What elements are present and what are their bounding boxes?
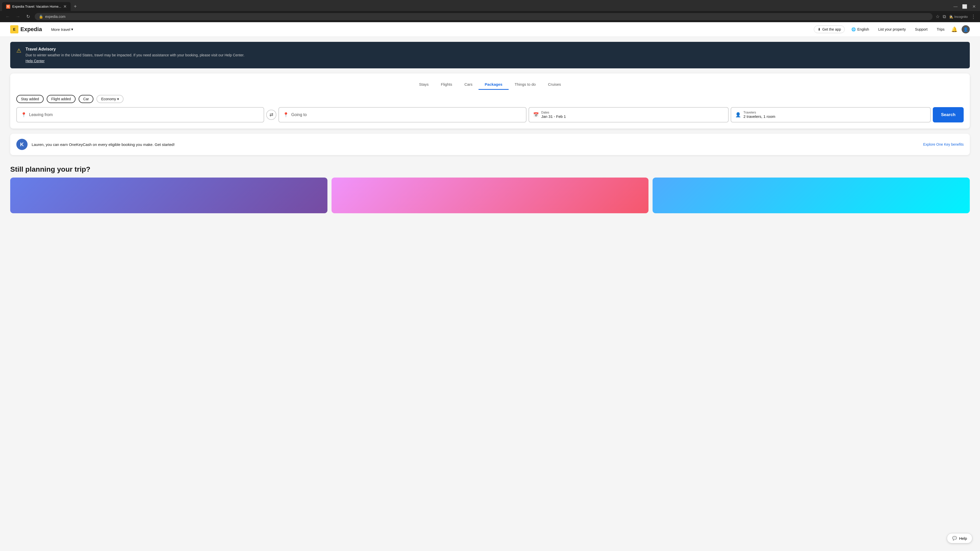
tab-cars[interactable]: Cars <box>458 79 479 90</box>
tab-cruises[interactable]: Cruises <box>542 79 567 90</box>
trip-card-1[interactable] <box>10 178 328 213</box>
tab-switcher-icon[interactable]: ⧉ <box>943 14 946 19</box>
help-button[interactable]: 💬 Help <box>947 533 972 543</box>
still-planning-section: Still planning your trip? <box>0 160 980 213</box>
notifications-icon[interactable]: 🔔 <box>951 26 958 32</box>
more-travel-button[interactable]: More travel ▾ <box>48 25 76 33</box>
chevron-down-icon: ▾ <box>117 97 119 101</box>
tab-things-to-do[interactable]: Things to do <box>509 79 542 90</box>
download-icon: ⬇ <box>818 27 821 32</box>
advisory-content: Travel Advisory Due to winter weather in… <box>25 47 245 63</box>
tab-flights[interactable]: Flights <box>435 79 458 90</box>
trip-cards <box>10 178 970 213</box>
advisory-text: Due to winter weather in the United Stat… <box>25 53 245 57</box>
warning-icon: ⚠ <box>16 48 21 54</box>
site-header: E Expedia More travel ▾ ⬇ Get the app 🌐 … <box>0 22 980 37</box>
help-center-link[interactable]: Help Center <box>25 59 45 63</box>
location-icon: 📍 <box>21 112 27 118</box>
reload-button[interactable]: ↻ <box>24 13 32 20</box>
trip-card-3[interactable] <box>652 178 970 213</box>
dates-value: Jan 31 - Feb 1 <box>541 114 566 119</box>
travelers-label: Travelers <box>743 111 775 114</box>
browser-controls-bar: ← → ↻ 🔒 expedia.com ☆ ⧉ 🕵 Incognito ⋮ <box>0 11 980 22</box>
travelers-icon: 👤 <box>735 112 741 118</box>
still-planning-title: Still planning your trip? <box>10 165 970 173</box>
language-button[interactable]: 🌐 English <box>849 26 872 33</box>
travelers-content: Travelers 2 travelers, 1 room <box>743 111 775 119</box>
help-label: Help <box>959 536 967 540</box>
address-text: expedia.com <box>45 14 65 19</box>
search-container: Stays Flights Cars Packages Things to do… <box>10 73 970 129</box>
get-app-button[interactable]: ⬇ Get the app <box>814 25 845 33</box>
incognito-label: Incognito <box>954 15 968 19</box>
chevron-down-icon: ▾ <box>71 27 73 32</box>
get-app-label: Get the app <box>822 27 841 32</box>
new-tab-button[interactable]: + <box>72 3 79 11</box>
forward-button[interactable]: → <box>14 13 21 20</box>
dates-field[interactable]: 📅 Dates Jan 31 - Feb 1 <box>528 107 729 122</box>
advisory-title: Travel Advisory <box>25 47 245 52</box>
back-button[interactable]: ← <box>4 13 11 20</box>
trip-card-2[interactable] <box>331 178 649 213</box>
filter-flight-added[interactable]: Flight added <box>47 95 76 103</box>
travelers-field[interactable]: 👤 Travelers 2 travelers, 1 room <box>731 107 931 122</box>
calendar-icon: 📅 <box>533 112 539 118</box>
star-icon[interactable]: ☆ <box>935 14 940 19</box>
tab-packages[interactable]: Packages <box>479 79 508 90</box>
maximize-button[interactable]: ⬜ <box>961 3 969 11</box>
address-bar[interactable]: 🔒 expedia.com <box>35 13 932 20</box>
more-travel-label: More travel <box>51 27 70 32</box>
user-icon-symbol: 👤 <box>963 27 968 32</box>
page-content: E Expedia More travel ▾ ⬇ Get the app 🌐 … <box>0 22 980 551</box>
tab-bar: E Expedia Travel: Vacation Home... ✕ + —… <box>0 0 980 11</box>
explore-onekey-link[interactable]: Explore One Key benefits <box>923 142 964 146</box>
logo-icon: E <box>10 25 18 33</box>
search-button[interactable]: Search <box>933 107 964 122</box>
help-icon: 💬 <box>952 536 957 540</box>
tab-stays[interactable]: Stays <box>413 79 435 90</box>
onekey-avatar: K <box>16 139 27 150</box>
logo-text: Expedia <box>21 26 42 33</box>
search-filters: Stay added Flight added Car Economy ▾ <box>16 95 964 103</box>
globe-icon: 🌐 <box>851 27 856 32</box>
list-property-label: List your property <box>878 27 906 32</box>
user-avatar[interactable]: 👤 <box>962 25 970 33</box>
filter-car[interactable]: Car <box>79 95 94 103</box>
going-to-field[interactable]: 📍 Going to <box>278 107 526 122</box>
close-button[interactable]: ✕ <box>970 3 978 11</box>
travelers-value: 2 travelers, 1 room <box>743 114 775 119</box>
browser-tab-active[interactable]: E Expedia Travel: Vacation Home... ✕ <box>2 2 71 11</box>
minimize-button[interactable]: — <box>951 3 959 11</box>
support-label: Support <box>915 27 928 32</box>
dates-content: Dates Jan 31 - Feb 1 <box>541 111 566 119</box>
search-fields: 📍 Leaving from ⇄ 📍 Going to 📅 Dates Jan … <box>16 107 964 122</box>
tab-close-icon[interactable]: ✕ <box>63 4 67 9</box>
browser-chrome: E Expedia Travel: Vacation Home... ✕ + —… <box>0 0 980 22</box>
support-button[interactable]: Support <box>912 26 930 33</box>
destination-icon: 📍 <box>283 112 289 118</box>
logo-link[interactable]: E Expedia <box>10 25 42 33</box>
trips-button[interactable]: Trips <box>934 26 947 33</box>
trips-label: Trips <box>937 27 945 32</box>
tab-title: Expedia Travel: Vacation Home... <box>12 5 61 8</box>
swap-button[interactable]: ⇄ <box>266 110 277 120</box>
onekey-message: Lauren, you can earn OneKeyCash on every… <box>32 142 919 147</box>
incognito-badge: 🕵 Incognito <box>949 15 968 19</box>
leaving-from-text: Leaving from <box>29 113 53 117</box>
swap-icon: ⇄ <box>269 112 273 118</box>
advisory-banner: ⚠ Travel Advisory Due to winter weather … <box>10 42 970 68</box>
filter-economy[interactable]: Economy ▾ <box>97 95 123 103</box>
lock-icon: 🔒 <box>39 14 43 19</box>
dates-label: Dates <box>541 111 566 114</box>
tab-favicon: E <box>6 5 10 9</box>
header-right: ⬇ Get the app 🌐 English List your proper… <box>814 25 970 33</box>
browser-menu-icon[interactable]: ⋮ <box>971 14 976 20</box>
going-to-text: Going to <box>291 113 307 117</box>
language-label: English <box>857 27 869 32</box>
onekey-banner: K Lauren, you can earn OneKeyCash on eve… <box>10 134 970 155</box>
list-property-button[interactable]: List your property <box>876 26 908 33</box>
leaving-from-field[interactable]: 📍 Leaving from <box>16 107 264 122</box>
filter-stay-added[interactable]: Stay added <box>16 95 44 103</box>
search-tabs: Stays Flights Cars Packages Things to do… <box>16 79 964 90</box>
window-controls: — ⬜ ✕ <box>951 3 978 11</box>
